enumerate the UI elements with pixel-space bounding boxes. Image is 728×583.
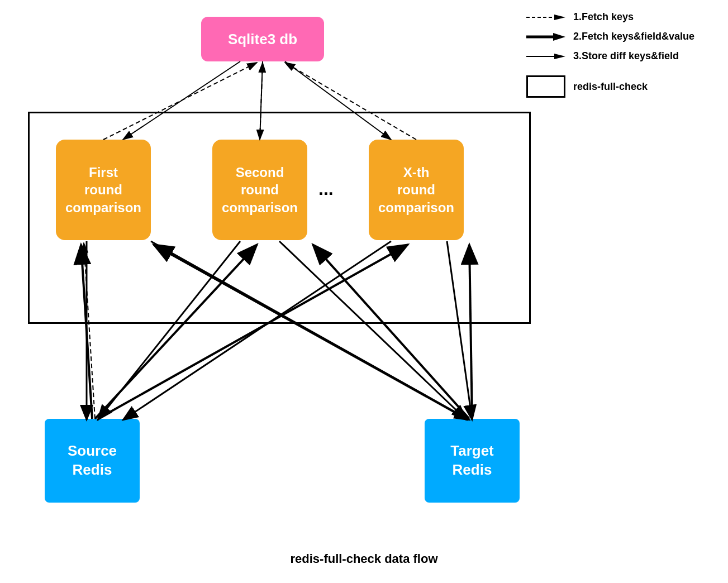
source-redis-box: SourceRedis — [45, 419, 140, 503]
legend-item-1: 1.Fetch keys — [526, 11, 694, 23]
legend-item-2: 2.Fetch keys&field&value — [526, 31, 694, 42]
first-round-label: Firstroundcomparison — [65, 164, 141, 216]
svg-marker-1 — [554, 15, 565, 20]
legend-text-2: 2.Fetch keys&field&value — [573, 31, 694, 42]
xth-round-label: X-throundcomparison — [378, 164, 454, 216]
source-redis-label: SourceRedis — [68, 442, 117, 480]
second-round-box: Secondroundcomparison — [212, 140, 307, 240]
target-redis-label: TargetRedis — [450, 442, 494, 480]
ellipsis: ... — [318, 179, 334, 199]
footer-label: redis-full-check data flow — [290, 552, 437, 566]
xth-round-box: X-throundcomparison — [369, 140, 464, 240]
legend-solid-line — [526, 51, 565, 62]
legend-box-text: redis-full-check — [573, 81, 648, 93]
legend-box-item: redis-full-check — [526, 75, 694, 98]
legend-bold-line — [526, 31, 565, 42]
legend-text-1: 1.Fetch keys — [573, 11, 634, 23]
second-round-label: Secondroundcomparison — [222, 164, 298, 216]
first-round-box: Firstroundcomparison — [56, 140, 151, 240]
sqlite-label: Sqlite3 db — [228, 31, 297, 48]
sqlite-box: Sqlite3 db — [201, 17, 324, 61]
legend-text-3: 3.Store diff keys&field — [573, 50, 679, 62]
legend-dashed-line — [526, 12, 565, 23]
target-redis-box: TargetRedis — [425, 419, 520, 503]
diagram-container: 1.Fetch keys 2.Fetch keys&field&value 3.… — [0, 0, 728, 583]
legend-item-3: 3.Store diff keys&field — [526, 50, 694, 62]
legend-box — [526, 75, 565, 98]
svg-marker-3 — [553, 33, 565, 41]
svg-marker-5 — [554, 54, 565, 59]
legend: 1.Fetch keys 2.Fetch keys&field&value 3.… — [526, 11, 694, 98]
